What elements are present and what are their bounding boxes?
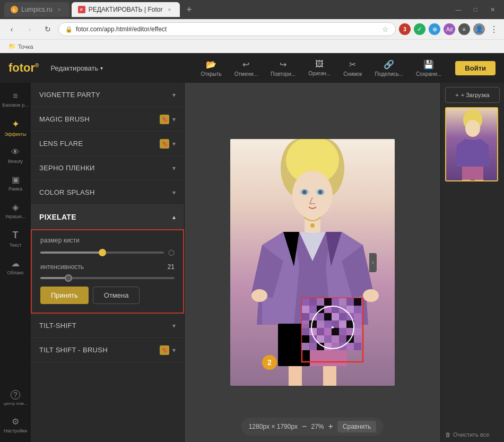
effect-label-vignette-party: VIGNETTE PARTY xyxy=(39,91,172,99)
svg-rect-32 xyxy=(339,306,346,313)
bookmark-bar: 📁 Точка xyxy=(0,39,504,53)
svg-rect-63 xyxy=(332,335,339,343)
forward-button[interactable]: › xyxy=(22,22,37,37)
tool-share[interactable]: 🔗 Поделись... xyxy=(370,57,409,79)
sidebar-item-beauty[interactable]: 👁 Beauty xyxy=(0,143,31,168)
lock-icon: 🔒 xyxy=(65,26,73,33)
effect-label-magic-brush: MAGIC BRUSH xyxy=(39,115,160,123)
login-button[interactable]: Войти xyxy=(455,61,496,75)
svg-rect-35 xyxy=(302,313,309,320)
svg-rect-39 xyxy=(332,313,339,320)
tool-snapshot[interactable]: ✂ Снимок xyxy=(338,57,367,79)
bookmark-tochka[interactable]: 📁 Точка xyxy=(4,42,38,51)
tool-original-label: Оригин... xyxy=(308,71,331,76)
btn-row: Принять Отмена xyxy=(40,287,175,304)
image-thumbnail[interactable] xyxy=(445,107,498,181)
frame-icon: ▣ xyxy=(12,175,20,185)
intensity-thumb[interactable] xyxy=(65,274,72,282)
star-icon[interactable]: ☆ xyxy=(382,25,389,33)
chevron-color-splash: ▾ xyxy=(172,189,176,196)
tool-redo-label: Повтори... xyxy=(271,71,296,77)
effect-item-magic-brush[interactable]: MAGIC BRUSH 🔖 ▾ xyxy=(31,107,184,132)
intensity-label: интенсивность xyxy=(40,263,168,271)
zoom-in-button[interactable]: + xyxy=(328,422,333,431)
extension5-icon[interactable]: ≡ xyxy=(458,23,470,35)
collapse-right-panel-button[interactable]: › xyxy=(369,253,377,272)
svg-rect-66 xyxy=(354,335,361,343)
svg-rect-22 xyxy=(324,298,332,306)
extension4-icon[interactable]: Ad xyxy=(444,23,455,35)
brush-size-slider[interactable] xyxy=(40,252,164,254)
sidebar-item-help[interactable]: ? центр пом... xyxy=(0,386,31,410)
sidebar-item-cloud[interactable]: ☁ Облако xyxy=(0,254,31,280)
svg-rect-61 xyxy=(317,335,324,343)
effect-item-tilt-shift[interactable]: TILT-SHIFT ▾ xyxy=(31,314,184,338)
beauty-icon: 👁 xyxy=(11,148,20,157)
sidebar-item-frame[interactable]: ▣ Рамка xyxy=(0,170,31,196)
effect-item-pixelate[interactable]: PIXELATE ▴ xyxy=(31,205,184,229)
extension1-icon[interactable]: 3 xyxy=(399,23,411,35)
new-tab-button[interactable]: + xyxy=(182,2,197,17)
tab-fotor[interactable]: F РЕДАКТИРОВАТЬ | Fotor × xyxy=(72,2,180,17)
effect-item-color-splash[interactable]: COLOR SPLASH ▾ xyxy=(31,180,184,205)
sidebar-label-text: Текст xyxy=(10,242,22,248)
menu-icon[interactable]: ⋮ xyxy=(488,23,500,35)
original-icon: 🖼 xyxy=(315,59,324,69)
effect-item-tilt-shift-brush[interactable]: TILT SHIFT - BRUSH 🔖 ▾ xyxy=(31,338,184,362)
effect-item-film-grain[interactable]: ЗЕРНО ПЛЕНКИ ▾ xyxy=(31,156,184,180)
svg-rect-25 xyxy=(346,298,354,306)
compare-button[interactable]: Сравнить xyxy=(337,421,376,432)
sidebar-item-base[interactable]: ≡ Базовое р... xyxy=(0,87,31,112)
tool-undo[interactable]: ↩ Отмени... xyxy=(229,57,263,79)
edit-menu[interactable]: Редактировать ▾ xyxy=(45,64,108,72)
refresh-button[interactable]: ↻ xyxy=(40,22,55,37)
decor-icon: ◈ xyxy=(12,202,19,212)
slider-thumb-brush[interactable] xyxy=(99,249,106,256)
tool-snapshot-label: Снимок xyxy=(343,71,362,77)
sidebar-item-effects[interactable]: ✦ Эффекты xyxy=(0,114,31,141)
effect-label-tilt-shift-brush: TILT SHIFT - BRUSH xyxy=(39,346,160,354)
tab-close-lumpics[interactable]: × xyxy=(56,6,63,13)
nav-icons: 3 ✓ ⊕ Ad ≡ 👤 ⋮ xyxy=(399,23,500,35)
badge-magic-brush: 🔖 xyxy=(160,115,169,124)
effect-item-vignette-party[interactable]: VIGNETTE PARTY ▾ xyxy=(31,83,184,107)
close-button[interactable]: ✕ xyxy=(485,4,500,15)
chevron-tilt-shift: ▾ xyxy=(172,322,176,330)
badge-tilt-shift-brush: 🔖 xyxy=(160,345,169,355)
tool-original[interactable]: 🖼 Оригин... xyxy=(303,57,336,79)
badge-lens-flare: 🔖 xyxy=(160,139,169,149)
tab-close-fotor[interactable]: × xyxy=(166,6,173,13)
svg-rect-28 xyxy=(309,306,317,313)
address-bar[interactable]: 🔒 fotor.com/app.html#/editor/effect ☆ xyxy=(58,22,396,36)
sidebar-item-settings[interactable]: ⚙ Настройки xyxy=(0,412,31,438)
svg-rect-80 xyxy=(462,167,483,180)
user-icon[interactable]: 👤 xyxy=(473,23,485,35)
minimize-button[interactable]: — xyxy=(451,4,466,15)
tool-save[interactable]: 💾 Сохрани... xyxy=(411,57,447,79)
upload-button[interactable]: + + Загрузка xyxy=(445,87,500,103)
back-button[interactable]: ‹ xyxy=(4,22,19,37)
bookmark-label: Точка xyxy=(18,44,33,50)
eraser-icon[interactable]: ⬡ xyxy=(168,248,175,257)
sidebar-item-text[interactable]: T Текст xyxy=(0,226,31,252)
tool-open[interactable]: 📂 Открыть xyxy=(195,57,227,79)
intensity-slider[interactable] xyxy=(40,277,175,279)
svg-rect-42 xyxy=(354,313,361,320)
canvas-size: 1280px × 1790px xyxy=(249,423,298,430)
effect-item-lens-flare[interactable]: LENS FLARE 🔖 ▾ xyxy=(31,132,184,156)
tool-save-label: Сохрани... xyxy=(416,71,441,77)
bookmark-icon: 📁 xyxy=(8,43,16,50)
accept-button[interactable]: Принять xyxy=(40,287,89,304)
tab-lumpics[interactable]: L Lumpics.ru × xyxy=(4,2,69,17)
tool-redo[interactable]: ↪ Повтори... xyxy=(265,57,301,79)
svg-point-12 xyxy=(251,289,267,302)
clear-all-button[interactable]: 🗑 Очистить все xyxy=(445,431,500,438)
zoom-out-button[interactable]: − xyxy=(302,422,307,431)
extension2-icon[interactable]: ✓ xyxy=(414,23,425,35)
tool-open-label: Открыть xyxy=(201,71,221,77)
svg-rect-62 xyxy=(324,335,332,343)
sidebar-item-decor[interactable]: ◈ Украше... xyxy=(0,198,31,223)
cancel-button[interactable]: Отмена xyxy=(93,287,140,304)
maximize-button[interactable]: □ xyxy=(468,4,483,15)
extension3-icon[interactable]: ⊕ xyxy=(429,23,440,35)
